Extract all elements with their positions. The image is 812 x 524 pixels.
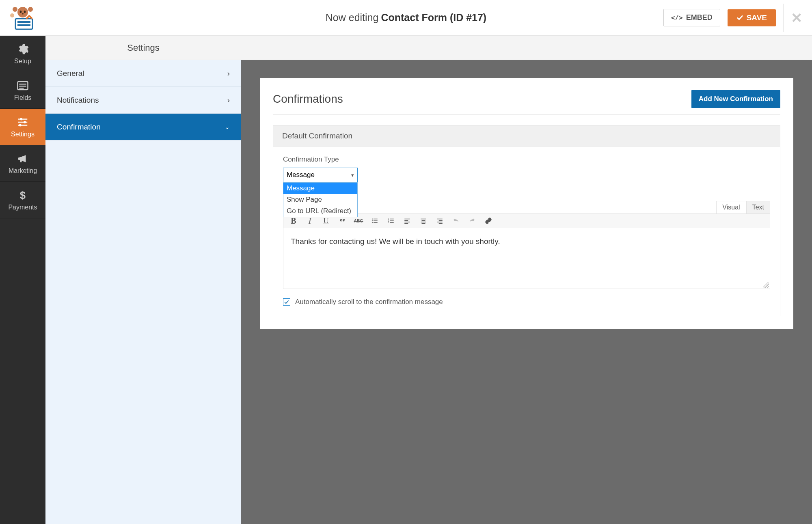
confirmation-type-dropdown: Message Show Page Go to URL (Redirect)	[283, 182, 358, 217]
svg-rect-38	[422, 220, 425, 221]
dollar-icon: $	[17, 189, 29, 201]
body: Setup Fields Settings Marketing $ Paymen…	[0, 36, 812, 524]
code-icon: </>	[671, 14, 683, 22]
settings-nav-confirmation[interactable]: Confirmation ⌄	[45, 114, 241, 140]
gear-icon	[17, 43, 29, 55]
form-name: Contact Form (ID #17)	[381, 12, 486, 24]
confirmation-box-title: Default Confirmation	[273, 126, 780, 147]
sidebar: Setup Fields Settings Marketing $ Paymen…	[0, 36, 45, 524]
sidebar-item-marketing[interactable]: Marketing	[0, 145, 45, 182]
svg-rect-35	[404, 222, 410, 222]
editor-tab-visual[interactable]: Visual	[716, 201, 746, 213]
confirmation-type-select[interactable]: Message	[283, 168, 358, 182]
sidebar-item-label: Marketing	[9, 167, 37, 175]
align-left-icon	[404, 217, 411, 224]
check-icon	[736, 14, 743, 21]
svg-point-22	[372, 220, 373, 221]
svg-point-23	[372, 222, 373, 223]
confirmations-heading: Confirmations	[273, 93, 343, 106]
svg-point-17	[24, 121, 26, 123]
italic-button[interactable]: I	[305, 216, 314, 225]
svg-rect-9	[17, 24, 30, 26]
settings-subnav: General › Notifications › Confirmation ⌄	[45, 60, 241, 524]
list-icon	[17, 80, 29, 92]
logo	[0, 5, 45, 31]
sidebar-item-payments[interactable]: $ Payments	[0, 182, 45, 218]
svg-text:3: 3	[388, 222, 389, 224]
undo-button[interactable]	[451, 216, 460, 225]
add-confirmation-button[interactable]: Add New Confirmation	[691, 90, 780, 108]
bullhorn-icon	[17, 153, 29, 165]
ol-icon: 123	[387, 217, 395, 224]
underline-button[interactable]: U	[322, 216, 330, 225]
quote-icon	[339, 217, 346, 224]
save-button[interactable]: SAVE	[728, 9, 776, 26]
svg-point-5	[22, 13, 24, 14]
main-column: Confirmations Add New Confirmation Defau…	[241, 36, 812, 524]
sidebar-item-settings[interactable]: Settings	[0, 109, 45, 145]
settings-nav-label: Notifications	[57, 96, 99, 105]
svg-point-4	[24, 11, 26, 13]
resize-handle[interactable]	[763, 282, 769, 288]
sidebar-item-setup[interactable]: Setup	[0, 36, 45, 72]
message-editor-content: Thanks for contacting us! We will be in …	[291, 237, 500, 246]
sidebar-fill	[0, 218, 45, 524]
strikethrough-button[interactable]: ABC	[354, 216, 363, 225]
svg-rect-41	[437, 219, 443, 220]
ul-icon	[371, 217, 378, 224]
topbar: Now editing Contact Form (ID #17) </> EM…	[0, 0, 812, 36]
embed-button[interactable]: </> EMBED	[663, 9, 720, 26]
svg-point-15	[20, 118, 22, 120]
auto-scroll-row: Automatically scroll to the confirmation…	[283, 298, 770, 306]
confirmation-type-label: Confirmation Type	[283, 155, 770, 164]
svg-point-0	[17, 7, 28, 17]
chevron-right-icon: ›	[227, 96, 230, 105]
bullet-list-button[interactable]	[370, 216, 379, 225]
confirmation-type-option-redirect[interactable]: Go to URL (Redirect)	[283, 205, 357, 217]
sidebar-item-label: Settings	[11, 131, 35, 138]
settings-panel: Settings General › Notifications › Confi…	[45, 36, 241, 524]
now-editing-prefix: Now editing	[326, 12, 379, 24]
redo-button[interactable]	[468, 216, 477, 225]
svg-rect-26	[374, 222, 378, 223]
sidebar-item-label: Setup	[14, 58, 31, 65]
panel-title: Settings	[45, 36, 241, 60]
svg-rect-34	[404, 220, 408, 221]
svg-point-1	[13, 7, 17, 12]
svg-rect-32	[390, 222, 394, 223]
editor-tab-text[interactable]: Text	[746, 201, 770, 213]
settings-nav-notifications[interactable]: Notifications ›	[45, 87, 241, 114]
svg-rect-8	[17, 21, 30, 23]
divider	[783, 4, 784, 32]
svg-rect-25	[374, 220, 378, 221]
content-area: Confirmations Add New Confirmation Defau…	[241, 60, 812, 524]
confirmation-type-option-showpage[interactable]: Show Page	[283, 194, 357, 205]
blockquote-button[interactable]	[338, 216, 347, 225]
svg-rect-30	[390, 219, 394, 220]
settings-nav-general[interactable]: General ›	[45, 60, 241, 87]
svg-rect-7	[15, 19, 32, 29]
align-left-button[interactable]	[403, 216, 412, 225]
embed-button-label: EMBED	[686, 13, 713, 22]
confirmation-box-body: Confirmation Type Message Message Show P…	[273, 147, 780, 316]
svg-point-2	[28, 7, 33, 12]
svg-point-3	[20, 11, 22, 13]
align-right-button[interactable]	[435, 216, 444, 225]
svg-point-21	[372, 218, 373, 219]
align-center-button[interactable]	[419, 216, 428, 225]
checkmark-icon	[284, 299, 289, 305]
bold-button[interactable]: B	[289, 216, 298, 225]
svg-rect-24	[374, 219, 378, 220]
link-button[interactable]	[484, 216, 493, 225]
settings-nav-label: Confirmation	[57, 123, 101, 132]
panel-title-right	[241, 36, 812, 60]
svg-rect-39	[421, 222, 426, 222]
sidebar-item-fields[interactable]: Fields	[0, 72, 45, 109]
auto-scroll-checkbox[interactable]	[283, 298, 290, 306]
confirmation-type-option-message[interactable]: Message	[283, 183, 357, 194]
svg-rect-33	[404, 219, 410, 220]
link-icon	[485, 217, 492, 224]
message-editor[interactable]: Thanks for contacting us! We will be in …	[283, 228, 770, 289]
numbered-list-button[interactable]: 123	[387, 216, 395, 225]
close-button[interactable]: ✕	[791, 11, 802, 25]
